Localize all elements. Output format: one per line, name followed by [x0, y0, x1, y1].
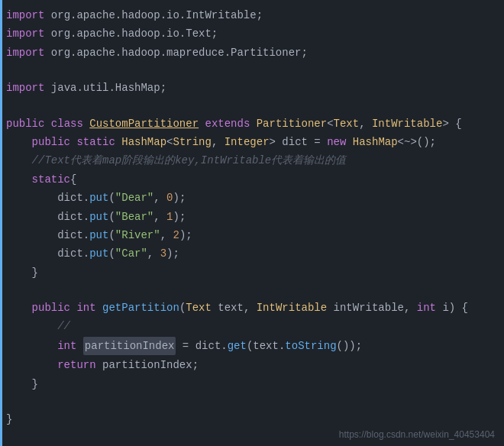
method-token: put — [89, 208, 108, 225]
code-token: ); — [179, 227, 192, 244]
code-token: } — [6, 411, 12, 428]
class-name-token: Text — [186, 299, 212, 316]
number-token: 2 — [173, 227, 179, 244]
code-token: ); — [166, 245, 179, 262]
keyword-token: import — [6, 7, 44, 24]
code-token: = dict. — [176, 338, 227, 354]
code-token: , — [153, 208, 166, 225]
code-token: , — [147, 245, 160, 262]
code-token: > dict = — [270, 134, 328, 150]
class-name-token: Partitioner — [257, 115, 327, 132]
code-line: import org.apache.hadoop.io.Text; — [0, 24, 504, 43]
code-token: , — [153, 189, 166, 206]
code-token: i) { — [436, 299, 468, 316]
keyword-token: static — [76, 134, 115, 150]
class-name-token: Integer — [225, 134, 270, 150]
comment-token: //Text代表着map阶段输出的key,IntWritable代表着输出的值 — [32, 152, 347, 169]
code-token: ( — [108, 208, 115, 225]
code-token: org.apache.hadoop.io.IntWritable; — [44, 7, 263, 24]
code-line-empty — [0, 98, 504, 115]
class-name-token: HashMap — [353, 134, 398, 150]
code-line: return partitionIndex; — [0, 356, 504, 374]
code-token: { — [70, 171, 76, 188]
code-token: ); — [173, 208, 186, 225]
keyword-token: static — [32, 171, 70, 188]
code-token: org.apache.hadoop.io.Text; — [44, 25, 218, 42]
class-name-token: IntWritable — [257, 299, 327, 316]
code-token — [6, 134, 32, 150]
keyword-token: extends — [205, 115, 250, 132]
code-token — [44, 115, 50, 132]
code-line: public class CustomPartitioner extends P… — [0, 115, 504, 133]
comment-token: // — [57, 318, 70, 334]
code-line: dict.put("Bear", 1); — [0, 208, 504, 226]
left-border-accent — [0, 0, 2, 446]
class-name-token: IntWritable — [372, 115, 442, 132]
watermark: https://blog.csdn.net/weixin_40453404 — [339, 429, 495, 440]
code-line: dict.put("Car", 3); — [0, 244, 504, 263]
keyword-token: public — [32, 134, 70, 150]
code-token: , — [359, 115, 372, 132]
code-token — [83, 115, 89, 132]
code-token — [346, 134, 352, 150]
code-token — [6, 357, 57, 373]
method-token: getPartition — [102, 299, 179, 316]
code-line: } — [0, 410, 504, 428]
code-token — [6, 338, 57, 354]
code-token: , — [212, 134, 225, 150]
code-line: import org.apache.hadoop.mapreduce.Parti… — [0, 44, 504, 62]
code-line: public static HashMap<String, Integer> d… — [0, 133, 504, 151]
code-line: } — [0, 375, 504, 393]
code-token: dict. — [6, 189, 89, 206]
code-token: org.apache.hadoop.mapreduce.Partitioner; — [44, 44, 307, 61]
string-token: "River" — [115, 227, 160, 244]
code-token: ( — [108, 245, 115, 262]
keyword-token: public — [6, 115, 44, 132]
keyword-token: return — [57, 357, 95, 373]
keyword-token: int — [417, 299, 436, 316]
keyword-token: int — [76, 299, 95, 316]
code-token: dict. — [6, 208, 89, 225]
code-line-empty — [0, 62, 504, 79]
code-token — [6, 318, 57, 334]
code-line-empty — [0, 393, 504, 410]
code-token: dict. — [6, 227, 89, 244]
code-line: // — [0, 317, 504, 335]
code-token: ( — [179, 299, 186, 316]
code-line: import org.apache.hadoop.io.IntWritable; — [0, 6, 504, 24]
code-token — [76, 338, 82, 354]
method-token: get — [228, 338, 247, 354]
code-token: intWritable, — [327, 299, 417, 316]
code-line: } — [0, 263, 504, 282]
code-token: partitionIndex; — [96, 357, 199, 373]
code-line-empty — [0, 282, 504, 299]
highlighted-word: partitionIndex — [83, 337, 176, 355]
code-token — [250, 115, 256, 132]
keyword-token: public — [32, 299, 70, 316]
keyword-token: import — [6, 79, 44, 96]
code-token: <~>(); — [398, 134, 436, 150]
method-token: put — [89, 227, 108, 244]
code-token — [6, 299, 32, 316]
code-token — [6, 171, 32, 188]
code-token: java.util.HashMap; — [44, 79, 166, 96]
class-name-token: HashMap — [121, 134, 166, 150]
code-token: ); — [173, 189, 186, 206]
string-token: "Dear" — [115, 189, 153, 206]
code-line: import java.util.HashMap; — [0, 79, 504, 97]
code-token: ()); — [337, 338, 363, 354]
code-token: } — [6, 264, 38, 281]
method-token: put — [89, 245, 108, 262]
code-line: dict.put("River", 2); — [0, 226, 504, 244]
keyword-token: new — [327, 134, 346, 150]
class-name-token: String — [173, 134, 211, 150]
code-editor: import org.apache.hadoop.io.IntWritable;… — [0, 0, 504, 446]
keyword-token: import — [6, 44, 44, 61]
code-line: int partitionIndex = dict.get(text.toStr… — [0, 336, 504, 356]
code-line: dict.put("Dear", 0); — [0, 189, 504, 207]
code-token: } — [6, 376, 38, 393]
code-token — [70, 134, 76, 150]
code-token: , — [160, 227, 173, 244]
code-token: ( — [108, 189, 115, 206]
code-token: text, — [212, 299, 257, 316]
